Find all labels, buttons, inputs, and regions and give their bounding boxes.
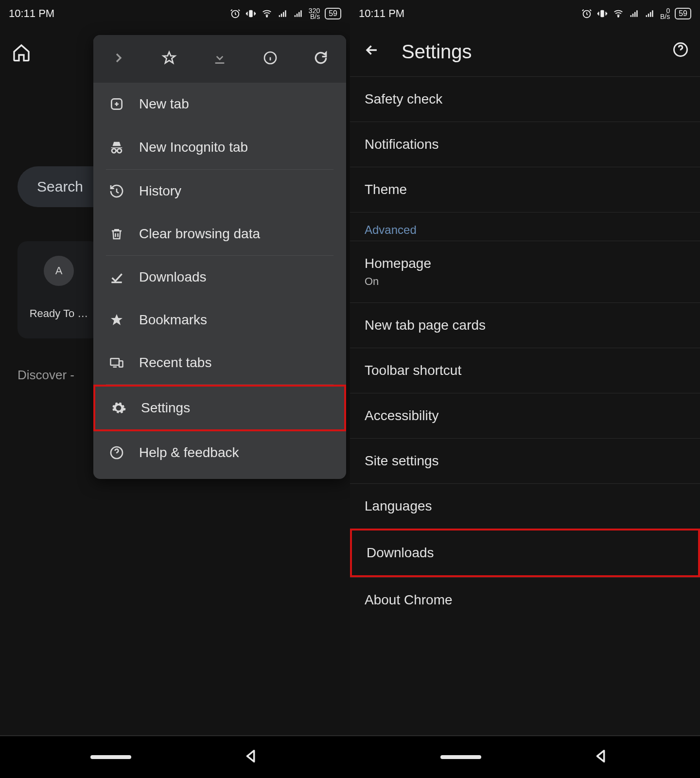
refresh-icon[interactable] xyxy=(313,50,329,68)
nav-home-pill[interactable] xyxy=(440,755,481,759)
avatar: A xyxy=(44,256,74,286)
alarm-icon xyxy=(581,8,592,19)
incognito-icon xyxy=(108,139,125,156)
status-bar-left: 10:11 PM 320B/s 59 xyxy=(0,0,350,27)
menu-label: Help & feedback xyxy=(139,445,239,460)
menu-item-clear-data[interactable]: Clear browsing data xyxy=(93,212,346,255)
menu-label: New Incognito tab xyxy=(139,140,248,155)
shortcut-label: Ready To … xyxy=(30,307,88,320)
row-label: About Chrome xyxy=(365,592,453,607)
menu-item-new-tab[interactable]: New tab xyxy=(93,83,346,125)
phone-right: 10:11 PM 0B/s 59 Settings Safety check xyxy=(350,0,700,735)
shortcut-card[interactable]: A Ready To … xyxy=(18,241,100,338)
alarm-icon xyxy=(230,8,241,19)
row-label: Safety check xyxy=(365,91,442,106)
signal-icon-1 xyxy=(278,9,288,18)
settings-row-toolbar-shortcut[interactable]: Toolbar shortcut xyxy=(350,348,700,393)
menu-label: Settings xyxy=(141,400,190,416)
row-label: Site settings xyxy=(365,453,439,468)
settings-row-site-settings[interactable]: Site settings xyxy=(350,438,700,483)
search-label: Search xyxy=(37,178,83,195)
plus-box-icon xyxy=(108,96,125,112)
svg-rect-11 xyxy=(600,10,604,18)
menu-label: New tab xyxy=(139,96,189,112)
status-icons-left: 320B/s 59 xyxy=(230,8,341,19)
menu-item-settings[interactable]: Settings xyxy=(93,385,346,431)
menu-item-recent-tabs[interactable]: Recent tabs xyxy=(93,341,346,384)
data-rate: 0B/s xyxy=(660,8,670,19)
svg-rect-7 xyxy=(111,358,120,365)
settings-row-new-tab-cards[interactable]: New tab page cards xyxy=(350,302,700,348)
row-label: Languages xyxy=(365,498,432,513)
svg-point-2 xyxy=(266,16,268,18)
status-time: 10:11 PM xyxy=(359,7,404,20)
nav-back-icon[interactable] xyxy=(243,748,260,766)
menu-item-history[interactable]: History xyxy=(93,170,346,212)
star-outline-icon[interactable] xyxy=(161,50,177,68)
history-icon xyxy=(108,183,125,199)
row-label: New tab page cards xyxy=(365,318,486,333)
help-icon[interactable] xyxy=(672,41,689,63)
download-icon[interactable] xyxy=(212,50,228,68)
overflow-menu: New tab New Incognito tab History Clear … xyxy=(93,35,346,479)
menu-label: Recent tabs xyxy=(139,355,211,371)
row-label: Homepage xyxy=(365,256,685,271)
back-icon[interactable] xyxy=(364,41,380,63)
settings-row-downloads[interactable]: Downloads xyxy=(350,529,700,577)
svg-point-5 xyxy=(112,149,116,153)
settings-row-safety-check[interactable]: Safety check xyxy=(350,76,700,122)
svg-point-6 xyxy=(117,149,122,153)
menu-item-help[interactable]: Help & feedback xyxy=(93,431,346,474)
vibrate-icon xyxy=(597,8,608,19)
row-sub: On xyxy=(365,275,685,288)
menu-label: Downloads xyxy=(139,269,207,285)
status-time: 10:11 PM xyxy=(9,7,54,20)
svg-rect-8 xyxy=(119,361,123,367)
settings-list: Safety check Notifications Theme Advance… xyxy=(350,76,700,622)
settings-header: Settings xyxy=(350,27,700,76)
menu-label: Bookmarks xyxy=(139,312,207,328)
row-label: Downloads xyxy=(367,545,434,560)
row-label: Theme xyxy=(365,182,407,197)
data-rate: 320B/s xyxy=(309,8,320,19)
page-title: Settings xyxy=(402,41,650,63)
battery-icon: 59 xyxy=(675,8,691,19)
menu-item-downloads[interactable]: Downloads xyxy=(93,256,346,299)
wifi-icon xyxy=(261,9,273,18)
battery-icon: 59 xyxy=(325,8,341,19)
trash-icon xyxy=(108,226,125,242)
row-label: Notifications xyxy=(365,137,439,152)
forward-icon[interactable] xyxy=(111,50,126,68)
section-advanced: Advanced xyxy=(350,212,700,241)
status-icons-right: 0B/s 59 xyxy=(581,8,691,19)
help-icon xyxy=(108,445,125,460)
settings-row-homepage[interactable]: Homepage On xyxy=(350,241,700,302)
signal-icon-2 xyxy=(293,9,304,18)
menu-item-incognito[interactable]: New Incognito tab xyxy=(93,125,346,169)
system-navbar xyxy=(0,735,700,778)
svg-point-12 xyxy=(618,16,619,18)
signal-icon-1 xyxy=(629,9,640,18)
menu-toolbar xyxy=(93,35,346,83)
download-check-icon xyxy=(108,269,125,285)
status-bar-right: 10:11 PM 0B/s 59 xyxy=(350,0,700,27)
gear-icon xyxy=(110,400,127,416)
phone-left: 10:11 PM 320B/s 59 Search xyxy=(0,0,350,735)
star-icon xyxy=(108,312,125,328)
settings-row-theme[interactable]: Theme xyxy=(350,167,700,212)
svg-rect-1 xyxy=(249,10,252,18)
info-icon[interactable] xyxy=(262,50,278,68)
row-label: Accessibility xyxy=(365,408,438,423)
devices-icon xyxy=(108,355,125,370)
vibrate-icon xyxy=(245,8,256,19)
nav-back-icon[interactable] xyxy=(593,748,610,766)
settings-row-languages[interactable]: Languages xyxy=(350,483,700,529)
wifi-icon xyxy=(612,9,624,18)
nav-home-pill[interactable] xyxy=(90,755,131,759)
menu-label: Clear browsing data xyxy=(139,226,260,242)
settings-row-about-chrome[interactable]: About Chrome xyxy=(350,577,700,622)
settings-row-accessibility[interactable]: Accessibility xyxy=(350,393,700,438)
menu-label: History xyxy=(139,183,181,199)
menu-item-bookmarks[interactable]: Bookmarks xyxy=(93,299,346,341)
settings-row-notifications[interactable]: Notifications xyxy=(350,122,700,167)
